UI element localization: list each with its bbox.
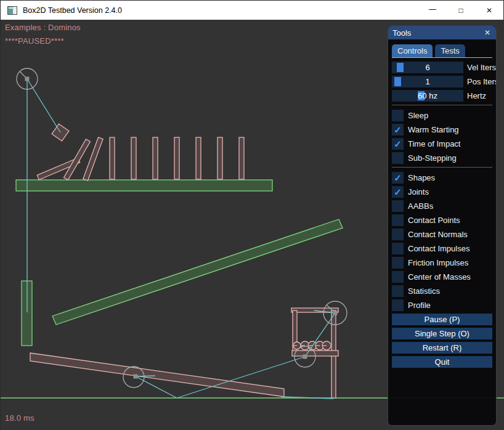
- checkbox-sub-stepping[interactable]: [392, 152, 404, 164]
- app-window: Box2D Testbed Version 2.4.0 — □ ✕ Exampl…: [0, 0, 504, 430]
- checkbox-label: Sub-Stepping: [408, 153, 457, 163]
- domino-standing: [239, 137, 244, 179]
- checkbox-row-profile: Profile: [392, 299, 492, 311]
- checkbox-row-friction-impulses: Friction Impulses: [392, 257, 492, 269]
- slider-vel-iters[interactable]: 6: [392, 62, 463, 73]
- checkbox-row-center-of-masses: Center of Masses: [392, 271, 492, 283]
- anchor-point: [25, 77, 30, 81]
- slider-label: Hertz: [467, 91, 486, 100]
- anchor-point: [333, 311, 338, 315]
- slider-row-hertz: 60 hzHertz: [392, 90, 492, 102]
- checkbox-row-joints: ✓Joints: [392, 186, 492, 198]
- checkbox-label: Shapes: [408, 173, 435, 182]
- checkbox-friction-impulses[interactable]: [392, 257, 404, 269]
- app-icon: [7, 6, 17, 15]
- physics-canvas[interactable]: Examples : Dominos ****PAUSED**** 18.0 m…: [1, 20, 504, 430]
- checkbox-label: Center of Masses: [408, 272, 471, 282]
- pause-p-button[interactable]: Pause (P): [392, 314, 492, 325]
- domino-platform: [16, 180, 272, 191]
- checkbox-label: Contact Points: [408, 216, 460, 225]
- window-title: Box2D Testbed Version 2.4.0: [23, 6, 122, 15]
- joint-rope-to-bob: [27, 79, 60, 132]
- checkbox-sleep[interactable]: [392, 110, 404, 121]
- checkbox-row-time-of-impact: ✓Time of Impact: [392, 138, 492, 150]
- checkbox-row-contact-normals: Contact Normals: [392, 229, 492, 240]
- example-label: Examples : Dominos: [5, 23, 81, 32]
- slider-value: 6: [392, 62, 463, 73]
- tools-panel-title: Tools: [392, 28, 411, 38]
- checkbox-label: AABBs: [408, 201, 433, 211]
- checkbox-label: Time of Impact: [408, 139, 460, 148]
- checkbox-aabbs[interactable]: [392, 200, 404, 212]
- tab-tests[interactable]: Tests: [435, 44, 465, 57]
- button-group: Pause (P)Single Step (O)Restart (R)Quit: [392, 314, 492, 368]
- panel-close-icon[interactable]: ✕: [483, 28, 492, 37]
- check-mark-icon: ✓: [394, 187, 402, 198]
- checkbox-row-contact-impulses: Contact Impulses: [392, 243, 492, 254]
- paused-label: ****PAUSED****: [5, 36, 64, 46]
- checkbox-label: Friction Impulses: [408, 258, 468, 267]
- slider-pos-iters[interactable]: 1: [392, 76, 463, 87]
- tools-panel-titlebar[interactable]: Tools ✕: [388, 26, 496, 39]
- slider-row-vel-iters: 6Vel Iters: [392, 62, 492, 73]
- checkbox-label: Profile: [408, 301, 431, 310]
- seesaw-plank: [30, 353, 284, 397]
- checkbox-statistics[interactable]: [392, 285, 404, 297]
- checkbox-row-statistics: Statistics: [392, 285, 492, 297]
- checkbox-contact-impulses[interactable]: [392, 243, 404, 254]
- domino-standing: [174, 137, 179, 179]
- checkbox-contact-normals[interactable]: [392, 229, 404, 240]
- quit-button[interactable]: Quit: [392, 356, 492, 368]
- checkbox-profile[interactable]: [392, 299, 404, 311]
- checkbox-row-sub-stepping: Sub-Stepping: [392, 152, 492, 164]
- slider-label: Vel Iters: [467, 63, 496, 72]
- checkbox-label: Joints: [408, 187, 429, 197]
- checkbox-center-of-masses[interactable]: [392, 271, 404, 283]
- checkbox-label: Statistics: [408, 286, 440, 296]
- single-step-o-button[interactable]: Single Step (O): [392, 328, 492, 339]
- frame-time-label: 18.0 ms: [5, 413, 35, 423]
- slider-row-pos-iters: 1Pos Iters: [392, 76, 492, 87]
- checkbox-row-sleep: Sleep: [392, 110, 492, 121]
- check-mark-icon: ✓: [394, 124, 402, 136]
- tools-panel: Tools ✕ Controls Tests 6Vel Iters1Pos It…: [388, 25, 497, 426]
- checkbox-row-aabbs: AABBs: [392, 200, 492, 212]
- restart-r-button[interactable]: Restart (R): [392, 342, 492, 354]
- checkbox-joints[interactable]: ✓: [392, 186, 404, 198]
- checkbox-label: Contact Impulses: [408, 244, 469, 253]
- anchor-point: [303, 355, 307, 359]
- slider-hertz[interactable]: 60 hz: [392, 90, 463, 102]
- slider-value: 60 hz: [392, 90, 463, 102]
- maximize-button[interactable]: □: [447, 1, 475, 20]
- checkbox-row-contact-points: Contact Points: [392, 214, 492, 226]
- window-controls: — □ ✕: [418, 1, 503, 20]
- tabbar: Controls Tests: [392, 44, 492, 58]
- tools-panel-body: Controls Tests 6Vel Iters1Pos Iters60 hz…: [388, 39, 496, 374]
- os-titlebar[interactable]: Box2D Testbed Version 2.4.0 — □ ✕: [1, 1, 503, 20]
- checkbox-group: Sleep✓Warm Starting✓Time of ImpactSub-St…: [392, 110, 492, 311]
- checkbox-label: Sleep: [408, 111, 428, 120]
- domino-standing: [153, 137, 158, 179]
- checkbox-time-of-impact[interactable]: ✓: [392, 138, 404, 150]
- checkbox-row-warm-starting: ✓Warm Starting: [392, 124, 492, 136]
- slider-label: Pos Iters: [467, 77, 497, 86]
- separator: [392, 105, 492, 105]
- close-button[interactable]: ✕: [475, 1, 503, 20]
- anchor-point: [134, 375, 138, 379]
- tab-controls[interactable]: Controls: [392, 44, 433, 57]
- check-mark-icon: ✓: [394, 139, 402, 150]
- domino-standing: [217, 137, 222, 179]
- check-mark-icon: ✓: [394, 172, 402, 184]
- checkbox-row-shapes: ✓Shapes: [392, 172, 492, 184]
- domino-standing: [110, 137, 115, 179]
- checkbox-label: Warm Starting: [408, 125, 459, 134]
- checkbox-contact-points[interactable]: [392, 214, 404, 226]
- domino-standing: [196, 137, 201, 179]
- domino-standing: [131, 137, 136, 179]
- separator: [392, 167, 492, 168]
- slider-value: 1: [392, 76, 463, 87]
- minimize-button[interactable]: —: [418, 1, 447, 20]
- checkbox-warm-starting[interactable]: ✓: [392, 124, 404, 136]
- checkbox-shapes[interactable]: ✓: [392, 172, 404, 184]
- slider-group: 6Vel Iters1Pos Iters60 hzHertz: [392, 62, 492, 102]
